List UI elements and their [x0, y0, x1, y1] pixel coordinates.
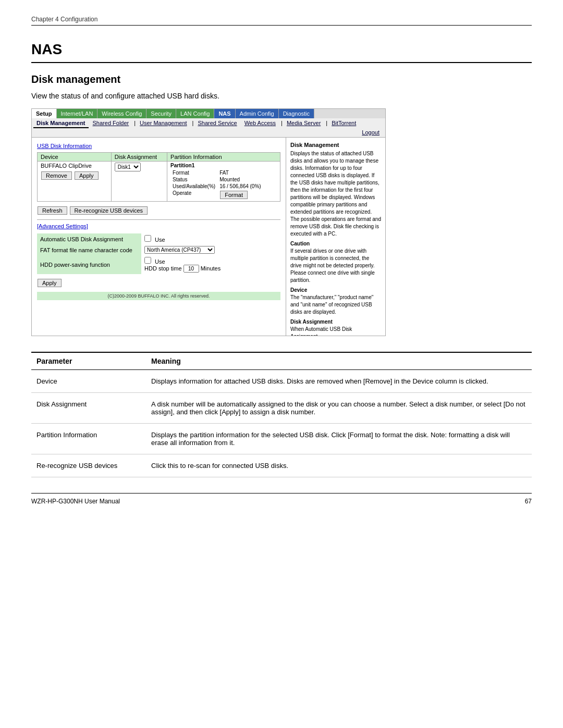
nav-sep3: |	[280, 119, 284, 128]
device-name: BUFFALO ClipDrive	[41, 163, 108, 169]
param-table-row: DeviceDisplays information for attached …	[31, 370, 532, 393]
disk-table: Device Disk Assignment Partition Informa…	[37, 152, 280, 202]
param-cell-3: Re-recognize USB devices	[31, 454, 146, 477]
settings-row-fat: FAT format file name character code Nort…	[37, 244, 280, 255]
footer-copyright: (C)2000-2009 BUFFALO INC. All rights res…	[37, 292, 280, 300]
sidebar-device-text: The "manufacturer," "product name" and "…	[290, 294, 381, 316]
settings-row-auto-usb: Automatic USB Disk Assignment Use	[37, 233, 280, 244]
device-cell: BUFFALO ClipDrive Remove Apply	[38, 162, 112, 202]
tab-wireless-config[interactable]: Wireless Config	[97, 109, 146, 118]
meaning-cell-3: Click this to re-scan for connected USB …	[146, 454, 532, 477]
page-footer: WZR-HP-G300NH User Manual 67	[31, 493, 532, 505]
tab-diagnostic[interactable]: Diagnostic	[279, 109, 314, 118]
meaning-cell-2: Displays the partition information for t…	[146, 424, 532, 454]
nav-sep2: |	[191, 119, 195, 128]
tab-security[interactable]: Security	[146, 109, 176, 118]
page-title: NAS	[31, 41, 532, 63]
tab-internet-lan[interactable]: Internet/LAN	[57, 109, 98, 118]
ui-sidebar: Disk Management Displays the status of a…	[286, 138, 385, 336]
refresh-button[interactable]: Refresh	[38, 206, 67, 215]
sidebar-intro: Displays the status of attached USB disk…	[290, 150, 381, 238]
partition-cell: Partition1 Format FAT Status M	[167, 162, 280, 202]
footer-model: WZR-HP-G300NH User Manual	[31, 498, 120, 505]
remove-button[interactable]: Remove	[41, 171, 72, 180]
advanced-settings-link[interactable]: [Advanced Settings]	[37, 223, 280, 229]
tab-setup[interactable]: Setup	[32, 109, 57, 118]
apply-bottom-area: Apply	[37, 278, 280, 288]
hdd-power-checkbox[interactable]	[144, 257, 151, 264]
footer-page: 67	[525, 498, 532, 505]
refresh-row: Refresh Re-recognize USB devices	[37, 206, 280, 215]
used-value: 16 / 506,864 (0%)	[217, 183, 263, 190]
ui-content-area: USB Disk Information Device Disk Assignm…	[32, 138, 286, 336]
param-col-header: Parameter	[31, 352, 146, 370]
hdd-power-checkbox-label: Use	[155, 258, 165, 265]
fat-charset-select[interactable]: North America (CP437) Western Europe (CP…	[144, 246, 215, 254]
settings-row-hdd: HDD power-saving function Use HDD stop t…	[37, 255, 280, 274]
settings-table: Automatic USB Disk Assignment Use FAT fo…	[37, 233, 280, 274]
meaning-cell-0: Displays information for attached USB di…	[146, 370, 532, 393]
sidebar-caution-title: Caution	[290, 241, 381, 246]
format-value: FAT	[217, 169, 263, 176]
auto-usb-value: Use	[141, 233, 280, 244]
tab2-media-server[interactable]: Media Server	[284, 119, 324, 128]
tab-lan-config[interactable]: LAN Config	[176, 109, 214, 118]
tab2-disk-management[interactable]: Disk Management	[33, 119, 89, 128]
logout-button[interactable]: Logout	[358, 128, 384, 137]
status-label: Status	[170, 176, 217, 183]
format-button[interactable]: Format	[220, 191, 248, 199]
param-section: Parameter Meaning DeviceDisplays informa…	[31, 352, 532, 477]
param-table-row: Partition InformationDisplays the partit…	[31, 424, 532, 454]
nav-sep4: |	[325, 119, 328, 128]
tab2-shared-service[interactable]: Shared Service	[194, 119, 240, 128]
disk-assignment-select[interactable]: Disk1 Disk2 Disk3 Disk4	[115, 163, 141, 171]
hdd-minutes-label: Minutes	[201, 265, 221, 272]
rerecognize-button[interactable]: Re-recognize USB devices	[70, 206, 148, 215]
hdd-stop-label: HDD stop time	[144, 265, 182, 272]
col-disk-assignment: Disk Assignment	[111, 153, 167, 162]
meaning-col-header: Meaning	[146, 352, 532, 370]
sidebar-caution-text: If several drives or one drive with mult…	[290, 248, 381, 284]
partition-title: Partition1	[170, 163, 277, 168]
tab-admin-config[interactable]: Admin Config	[236, 109, 279, 118]
param-table-row: Re-recognize USB devicesClick this to re…	[31, 454, 532, 477]
apply-bottom-button[interactable]: Apply	[38, 279, 62, 287]
nav-tabs-row1: Setup Internet/LAN Wireless Config Secur…	[32, 109, 385, 118]
format-btn-cell: Format	[217, 190, 263, 200]
tab2-shared-folder[interactable]: Shared Folder	[90, 119, 132, 128]
chapter-label: Chapter 4 Configuration	[31, 16, 532, 23]
auto-usb-checkbox[interactable]	[144, 235, 151, 242]
param-table-row: Disk AssignmentA disk number will be aut…	[31, 393, 532, 424]
hdd-label: HDD power-saving function	[37, 255, 141, 274]
partition-details-table: Format FAT Status Mounted Us	[170, 169, 263, 200]
sidebar-title: Disk Management	[290, 142, 381, 148]
tab-nas[interactable]: NAS	[214, 109, 235, 118]
param-cell-1: Disk Assignment	[31, 393, 146, 424]
apply-button-device[interactable]: Apply	[75, 171, 99, 180]
partition-info: Partition1 Format FAT Status M	[170, 163, 277, 200]
param-table-header: Parameter Meaning	[31, 352, 532, 370]
tab2-web-access[interactable]: Web Access	[241, 119, 279, 128]
sidebar-disk-assign-text: When Automatic USB Disk Assignment...	[290, 326, 381, 336]
fat-value: North America (CP437) Western Europe (CP…	[141, 244, 280, 255]
status-value: Mounted	[217, 176, 263, 183]
auto-usb-label: Automatic USB Disk Assignment	[37, 233, 141, 244]
col-device: Device	[38, 153, 112, 162]
tab2-bittorrent[interactable]: BitTorrent	[328, 119, 359, 128]
hdd-stop-input[interactable]	[183, 265, 199, 273]
description-text: View the status of and configure attache…	[31, 92, 532, 100]
operate-label: Operate	[170, 190, 217, 200]
hdd-value: Use HDD stop time Minutes	[141, 255, 280, 274]
used-label: Used/Available(%)	[170, 183, 217, 190]
tab2-user-management[interactable]: User Management	[137, 119, 190, 128]
usb-section-heading: USB Disk Information	[37, 143, 280, 149]
subsection-title: Disk management	[31, 73, 532, 85]
meaning-cell-1: A disk number will be automatically assi…	[146, 393, 532, 424]
col-partition-info: Partition Information	[167, 153, 280, 162]
param-table: Parameter Meaning DeviceDisplays informa…	[31, 352, 532, 477]
fat-label: FAT format file name character code	[37, 244, 141, 255]
auto-usb-checkbox-label: Use	[155, 237, 165, 243]
device-buttons: Remove Apply	[41, 171, 108, 180]
format-label: Format	[170, 169, 217, 176]
sidebar-disk-assign-title: Disk Assignment	[290, 319, 381, 325]
